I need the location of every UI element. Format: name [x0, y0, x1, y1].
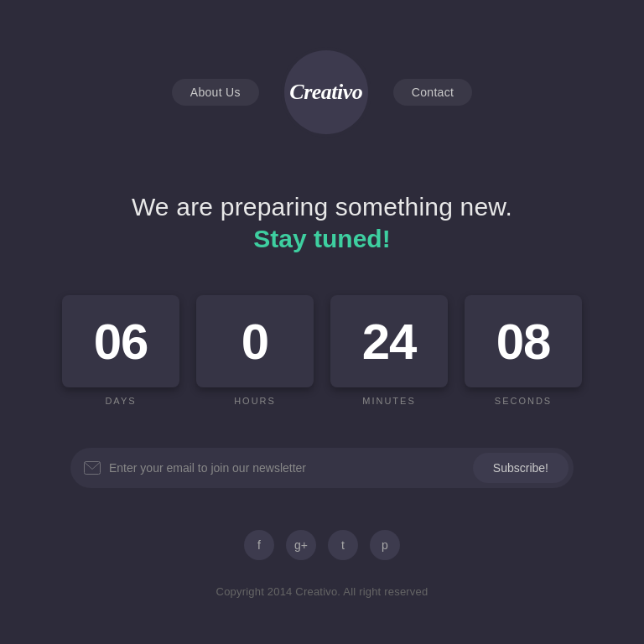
email-icon	[84, 461, 101, 475]
countdown-section: 06 DAYS 0 HOURS 24 MINUTES 08 SECONDS	[62, 295, 582, 406]
hero-sub-text: Stay tuned!	[132, 225, 512, 253]
about-us-button[interactable]: About Us	[172, 79, 259, 106]
logo: Creativo	[284, 50, 368, 134]
hero-main-text: We are preparing something new.	[132, 193, 512, 221]
svg-rect-0	[85, 462, 101, 475]
google-plus-button[interactable]: g+	[286, 530, 316, 560]
newsletter-form: Subscribe!	[70, 448, 574, 488]
countdown-minutes-label: MINUTES	[362, 396, 416, 406]
pinterest-button[interactable]: p	[370, 530, 400, 560]
navigation: About Us Creativo Contact	[172, 50, 472, 134]
logo-text: Creativo	[289, 80, 362, 105]
copyright-text: Copyright 2014 Creativo. All right reser…	[216, 585, 428, 598]
facebook-button[interactable]: f	[244, 530, 274, 560]
countdown-days-value: 06	[94, 313, 148, 371]
twitter-button[interactable]: t	[328, 530, 358, 560]
footer: Copyright 2014 Creativo. All right reser…	[216, 585, 428, 598]
countdown-seconds-box: 08	[465, 295, 582, 387]
countdown-hours-label: HOURS	[234, 396, 276, 406]
countdown-seconds: 08 SECONDS	[465, 295, 582, 406]
countdown-days: 06 DAYS	[62, 295, 179, 406]
countdown-hours-box: 0	[196, 295, 314, 387]
hero-section: We are preparing something new. Stay tun…	[132, 193, 512, 253]
countdown-minutes-box: 24	[330, 295, 448, 387]
countdown-seconds-value: 08	[496, 313, 551, 371]
countdown-hours: 0 HOURS	[196, 295, 314, 406]
countdown-days-box: 06	[62, 295, 179, 387]
social-links: f g+ t p	[244, 530, 400, 560]
countdown-hours-value: 0	[242, 313, 268, 371]
countdown-days-label: DAYS	[105, 396, 136, 406]
countdown-seconds-label: SECONDS	[495, 396, 552, 406]
countdown-minutes-value: 24	[362, 313, 417, 371]
countdown-minutes: 24 MINUTES	[330, 295, 448, 406]
email-input[interactable]	[109, 461, 473, 475]
contact-button[interactable]: Contact	[393, 79, 472, 106]
subscribe-button[interactable]: Subscribe!	[473, 453, 569, 483]
